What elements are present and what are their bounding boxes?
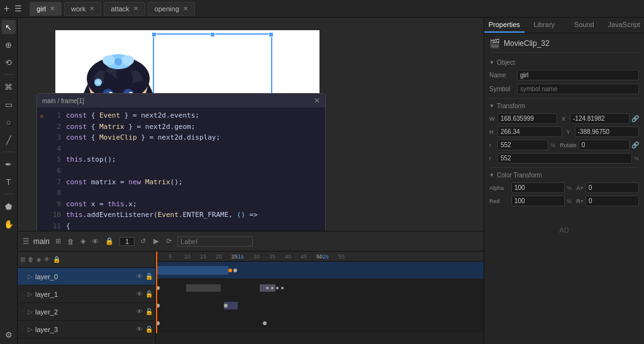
layer-1-eye[interactable]: 👁 xyxy=(136,291,143,297)
r2-label: r xyxy=(489,155,496,162)
transform-tool[interactable]: ⟲ xyxy=(2,55,16,69)
color-transform-label[interactable]: ▼ Color Transform xyxy=(489,172,639,179)
tab-opening[interactable]: opening ✕ xyxy=(148,2,195,16)
alpha-row: Alpha % A+ xyxy=(489,182,639,193)
line-tool[interactable]: ╱ xyxy=(2,133,16,147)
width-input[interactable] xyxy=(497,113,557,124)
tl-loop[interactable]: ↺ xyxy=(138,236,148,246)
code-line-2: 2const { Matrix } = next2d.geom; xyxy=(37,121,325,133)
frame-label-input[interactable] xyxy=(177,236,253,247)
height-input[interactable] xyxy=(497,126,562,137)
layer-3-dots: ⋮ xyxy=(20,326,25,332)
tab-girl-close[interactable]: ✕ xyxy=(50,5,55,12)
tab-work-close[interactable]: ✕ xyxy=(89,5,94,12)
layer-eye-hdr[interactable]: 👁 xyxy=(44,256,50,263)
symbol-input[interactable] xyxy=(517,84,639,94)
layer-0-dots: ⋮ xyxy=(20,274,25,279)
layer-1-dots: ⋮ xyxy=(20,291,25,297)
tab-library[interactable]: Library xyxy=(525,18,565,33)
transform-section-label[interactable]: ▼ Transform xyxy=(489,103,639,109)
layer-row-1[interactable]: ⋮ ▷ layer_1 👁 🔓 xyxy=(18,286,155,303)
pointer-tool[interactable]: ↖ xyxy=(2,20,16,34)
object-arrow: ▼ xyxy=(489,60,494,65)
handle-top-right[interactable] xyxy=(269,32,274,37)
object-section-title: Object xyxy=(497,59,515,66)
rotate-input[interactable] xyxy=(579,140,630,150)
tab-sound[interactable]: Sound xyxy=(564,18,604,33)
object-section-label[interactable]: ▼ Object xyxy=(489,59,639,66)
clip-name: MovieClip_32 xyxy=(504,39,550,48)
alpha-add-input[interactable] xyxy=(586,182,639,193)
layer-1-lock[interactable]: 🔓 xyxy=(145,291,153,297)
y-input[interactable] xyxy=(575,126,640,137)
layer-3-lock[interactable]: 🔓 xyxy=(145,326,153,333)
layer-row-2[interactable]: ⋮ ▷ layer_2 👁 🔓 xyxy=(18,303,155,321)
tab-attack[interactable]: attack ✕ xyxy=(104,2,145,16)
keyframe-1-4 xyxy=(276,287,279,289)
tab-girl[interactable]: girl ✕ xyxy=(30,2,62,16)
left-toolbar: ↖ ⊕ ⟲ ⌘ ▭ ○ ╱ ✒ T ⬟ ✋ ⚙ xyxy=(0,18,18,344)
menu-icon[interactable]: ☰ xyxy=(14,4,22,13)
tl-new-layer[interactable]: ⊞ xyxy=(53,236,63,246)
ruler-30: 30 xyxy=(253,253,260,260)
color-transform-arrow: ▼ xyxy=(489,172,494,178)
tl-mask[interactable]: 👁 xyxy=(90,237,101,246)
pen-tool[interactable]: ✒ xyxy=(2,157,16,171)
hand-tool[interactable]: ✋ xyxy=(2,217,16,231)
tl-rewind[interactable]: ⟳ xyxy=(164,236,174,246)
keyframe-1-2 xyxy=(266,287,269,289)
tab-attack-close[interactable]: ✕ xyxy=(133,5,138,12)
playhead[interactable] xyxy=(156,252,157,333)
tab-javascript[interactable]: JavaScript xyxy=(604,18,645,33)
bucket-tool[interactable]: ⬟ xyxy=(2,199,16,213)
rectangle-tool[interactable]: ▭ xyxy=(2,97,16,111)
lock-scale-icon[interactable]: 🔗 xyxy=(631,141,639,148)
color-transform-title: Color Transform xyxy=(497,172,542,179)
layer-guide-icon[interactable]: ◈ xyxy=(36,256,42,263)
layer-lock-hdr[interactable]: 🔒 xyxy=(53,256,60,263)
tab-properties[interactable]: Properties xyxy=(484,18,525,33)
tab-opening-close[interactable]: ✕ xyxy=(183,5,188,12)
layer-add-icon[interactable]: ⊞ xyxy=(20,256,25,263)
x-input[interactable] xyxy=(570,113,630,124)
timeline-menu-icon[interactable]: ☰ xyxy=(23,237,30,246)
red-input[interactable] xyxy=(511,196,565,206)
keyframe-2-1 xyxy=(224,304,228,308)
layer-row-0[interactable]: ⋮ ▷ layer_0 👁 🔓 xyxy=(18,268,155,286)
lock-wh-icon[interactable]: 🔗 xyxy=(631,115,639,122)
alpha-input[interactable] xyxy=(511,182,565,193)
settings-tool[interactable]: ⚙ xyxy=(2,328,16,341)
transform-row-hw: H Y xyxy=(489,126,639,137)
red-add-input[interactable] xyxy=(586,196,639,206)
tl-delete-layer[interactable]: 🗑 xyxy=(65,237,76,246)
svg-point-16 xyxy=(103,55,115,65)
anchor-tool[interactable]: ⊕ xyxy=(2,38,16,52)
layer-2-eye[interactable]: 👁 xyxy=(136,308,143,315)
handle-top-mid[interactable] xyxy=(210,32,215,37)
ruler-20: 20 xyxy=(216,253,222,260)
sy-input[interactable] xyxy=(497,153,632,164)
layer-0-lock[interactable]: 🔓 xyxy=(145,273,153,280)
layer-row-3[interactable]: ⋮ ▷ layer_3 👁 🔓 xyxy=(18,321,155,338)
frames-area[interactable]: 5 10 15 20 25 1s 30 35 40 45 50 2s 55 xyxy=(156,252,484,344)
lasso-tool[interactable]: ⌘ xyxy=(2,80,16,94)
red-add-label: R+ xyxy=(576,198,584,204)
tab-work[interactable]: work ✕ xyxy=(64,2,101,16)
timeline-controls: ⊞ 🗑 ◈ 👁 🔒 xyxy=(53,236,116,246)
layer-3-eye[interactable]: 👁 xyxy=(136,326,143,333)
name-input[interactable] xyxy=(517,70,639,80)
circle-tool[interactable]: ○ xyxy=(2,115,16,129)
code-editor-close[interactable]: ✕ xyxy=(314,96,320,105)
tl-lock[interactable]: 🔒 xyxy=(103,236,116,246)
layer-2-lock[interactable]: 🔓 xyxy=(145,308,153,315)
tl-guide[interactable]: ◈ xyxy=(79,236,87,246)
layer-del-icon[interactable]: 🗑 xyxy=(28,256,34,263)
sx-input[interactable] xyxy=(497,140,548,150)
code-content: ⚠1const { Event } = next2d.events; 2cons… xyxy=(37,108,325,231)
y-label: Y xyxy=(567,129,573,135)
tl-play[interactable]: ▶ xyxy=(152,236,160,246)
text-tool[interactable]: T xyxy=(2,175,16,189)
panel-tabs: Properties Library Sound JavaScript xyxy=(484,18,644,33)
frame-number-input[interactable] xyxy=(119,237,135,246)
layer-0-eye[interactable]: 👁 xyxy=(136,273,143,280)
